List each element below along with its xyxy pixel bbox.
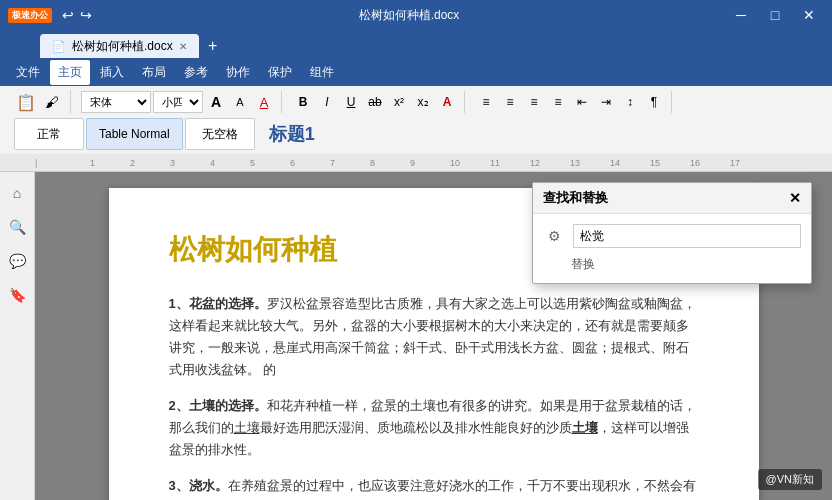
active-tab[interactable]: 📄 松树如何种植.docx ✕ [40,34,199,58]
main-area: ⌂ 🔍 💬 🔖 松树如何种植 1、花盆的选择。罗汉松盆景容造型比古质雅，具有大家… [0,172,832,500]
para2-soil: 土壤 [572,420,598,435]
maximize-btn[interactable]: □ [760,5,790,25]
justify-btn[interactable]: ≡ [547,91,569,113]
app-logo: 极速办公 [8,8,52,23]
para2-underline: 土壤 [234,420,260,435]
find-replace-title: 查找和替换 [543,189,608,207]
paragraph-btn[interactable]: ¶ [643,91,665,113]
menu-component[interactable]: 组件 [302,60,342,85]
undo-btn[interactable]: ↩ [62,7,74,23]
paragraph-2: 2、土壤的选择。和花卉种植一样，盆景的土壤也有很多的讲究。如果是用于盆景栽植的话… [169,395,699,461]
tab-label: 松树如何种植.docx [72,38,173,55]
replace-label: 替换 [543,256,801,273]
superscript-btn[interactable]: x² [388,91,410,113]
title-bar-controls: ─ □ ✕ [726,5,824,25]
line-spacing-btn[interactable]: ↕ [619,91,641,113]
find-row: ⚙ [543,224,801,248]
menu-reference[interactable]: 参考 [176,60,216,85]
para2-num: 2、土壤的选择。 [169,398,267,413]
tab-bar: 📄 松树如何种植.docx ✕ + [0,30,832,58]
toolbar: 📋 🖌 宋体 小四 A A A B I U ab x² x₂ A ≡ ≡ ≡ ≡… [0,86,832,154]
format-painter-btn[interactable]: 🖌 [40,90,64,114]
sidebar-home-icon[interactable]: ⌂ [4,180,30,206]
tab-close-icon[interactable]: ✕ [179,41,187,52]
font-size-select[interactable]: 小四 [153,91,203,113]
find-input[interactable] [573,224,801,248]
title-bar-left: 极速办公 ↩ ↪ [8,7,92,23]
menu-file[interactable]: 文件 [8,60,48,85]
align-left-btn[interactable]: ≡ [475,91,497,113]
underline-btn[interactable]: U [340,91,362,113]
find-replace-close-icon[interactable]: ✕ [789,190,801,206]
menu-insert[interactable]: 插入 [92,60,132,85]
menu-home[interactable]: 主页 [50,60,90,85]
new-tab-btn[interactable]: + [201,34,225,58]
tab-icon: 📄 [52,40,66,53]
indent-increase-btn[interactable]: ⇥ [595,91,617,113]
para1-num: 1、花盆的选择。 [169,296,267,311]
window-title: 松树如何种植.docx [92,7,726,24]
shrink-font-btn[interactable]: A [229,91,251,113]
subscript-btn[interactable]: x₂ [412,91,434,113]
sidebar: ⌂ 🔍 💬 🔖 [0,172,35,500]
paragraph-1: 1、花盆的选择。罗汉松盆景容造型比古质雅，具有大家之选上可以选用紫砂陶盆或釉陶盆… [169,293,699,381]
grow-font-btn[interactable]: A [205,91,227,113]
sidebar-comment-icon[interactable]: 💬 [4,248,30,274]
style-no-space-btn[interactable]: 无空格 [185,118,255,150]
styles-group: 正常 Table Normal 无空格 标题1 [8,118,333,150]
font-group: 宋体 小四 A A A [75,91,282,113]
menu-collaborate[interactable]: 协作 [218,60,258,85]
para3-num: 3、浇水。 [169,478,228,493]
close-btn[interactable]: ✕ [794,5,824,25]
find-replace-panel: 查找和替换 ✕ ⚙ 替换 [532,182,812,284]
title-bar: 极速办公 ↩ ↪ 松树如何种植.docx ─ □ ✕ [0,0,832,30]
align-right-btn[interactable]: ≡ [523,91,545,113]
doc-area[interactable]: 松树如何种植 1、花盆的选择。罗汉松盆景容造型比古质雅，具有大家之选上可以选用紫… [35,172,832,500]
menu-protect[interactable]: 保护 [260,60,300,85]
quick-access-group: 📋 🖌 [8,90,71,114]
strikethrough-btn[interactable]: ab [364,91,386,113]
paste-btn[interactable]: 📋 [14,90,38,114]
font-color-btn[interactable]: A [436,91,458,113]
redo-btn[interactable]: ↪ [80,7,92,23]
font-family-select[interactable]: 宋体 [81,91,151,113]
format-group: B I U ab x² x₂ A [286,91,465,113]
sidebar-bookmark-icon[interactable]: 🔖 [4,282,30,308]
find-gear-btn[interactable]: ⚙ [543,225,565,247]
bold-btn[interactable]: B [292,91,314,113]
watermark: @VN新知 [758,469,822,490]
format-clear-btn[interactable]: A [253,91,275,113]
paragraph-group: ≡ ≡ ≡ ≡ ⇤ ⇥ ↕ ¶ [469,91,672,113]
italic-btn[interactable]: I [316,91,338,113]
indent-decrease-btn[interactable]: ⇤ [571,91,593,113]
find-replace-body: ⚙ 替换 [533,214,811,283]
menu-layout[interactable]: 布局 [134,60,174,85]
style-table-normal-btn[interactable]: Table Normal [86,118,183,150]
ruler: | 1 2 3 4 5 6 7 8 9 10 11 12 13 14 15 16… [0,154,832,172]
sidebar-search-icon[interactable]: 🔍 [4,214,30,240]
style-heading1-btn[interactable]: 标题1 [257,118,327,150]
paragraph-3: 3、浇水。在养殖盆景的过程中，也应该要注意好浇水的工作，千万不要出现积水，不然会… [169,475,699,500]
style-normal-btn[interactable]: 正常 [14,118,84,150]
menu-bar: 文件 主页 插入 布局 参考 协作 保护 组件 [0,58,832,86]
find-replace-header: 查找和替换 ✕ [533,183,811,214]
align-center-btn[interactable]: ≡ [499,91,521,113]
minimize-btn[interactable]: ─ [726,5,756,25]
